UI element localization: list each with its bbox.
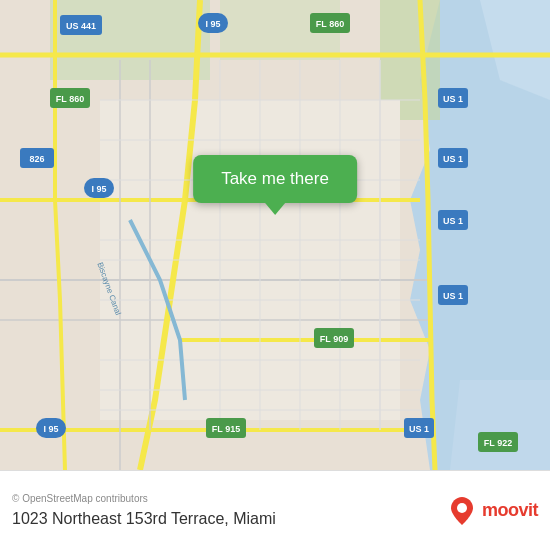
svg-text:I 95: I 95 <box>205 19 220 29</box>
svg-text:FL 860: FL 860 <box>316 19 344 29</box>
svg-text:I 95: I 95 <box>91 184 106 194</box>
bottom-info: © OpenStreetMap contributors 1023 Northe… <box>12 493 276 528</box>
map-container: US 441 I 95 FL 860 FL 860 US 1 826 I 95 … <box>0 0 550 470</box>
svg-text:826: 826 <box>29 154 44 164</box>
tooltip-label: Take me there <box>221 169 329 188</box>
svg-text:US 1: US 1 <box>443 154 463 164</box>
svg-point-58 <box>457 503 467 513</box>
moovit-logo: moovit <box>446 495 538 527</box>
bottom-bar: © OpenStreetMap contributors 1023 Northe… <box>0 470 550 550</box>
moovit-brand-text: moovit <box>482 500 538 521</box>
attribution-text: © OpenStreetMap contributors <box>12 493 276 504</box>
svg-text:US 1: US 1 <box>443 216 463 226</box>
location-title: 1023 Northeast 153rd Terrace, Miami <box>12 510 276 528</box>
take-me-there-button[interactable]: Take me there <box>193 155 357 203</box>
svg-text:I 95: I 95 <box>43 424 58 434</box>
svg-text:US 1: US 1 <box>443 291 463 301</box>
svg-text:FL 922: FL 922 <box>484 438 512 448</box>
svg-text:FL 860: FL 860 <box>56 94 84 104</box>
svg-rect-1 <box>50 0 210 80</box>
map-background: US 441 I 95 FL 860 FL 860 US 1 826 I 95 … <box>0 0 550 470</box>
svg-text:US 1: US 1 <box>443 94 463 104</box>
svg-text:US 441: US 441 <box>66 21 96 31</box>
svg-text:US 1: US 1 <box>409 424 429 434</box>
svg-text:FL 909: FL 909 <box>320 334 348 344</box>
moovit-icon <box>446 495 478 527</box>
svg-text:FL 915: FL 915 <box>212 424 240 434</box>
